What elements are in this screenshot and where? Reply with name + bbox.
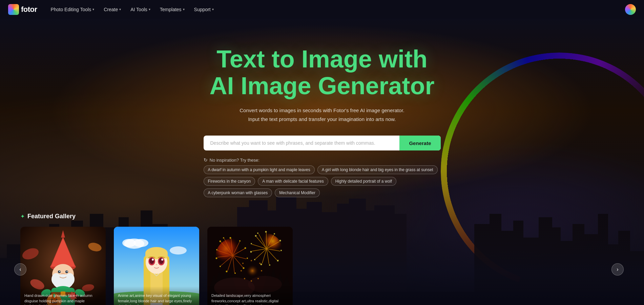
prompt-tags-row2: Fireworks in the canyon A man with delic…: [204, 177, 441, 197]
chevron-down-icon: ▾: [92, 7, 94, 11]
prompt-tag-2[interactable]: A girl with long blonde hair and big eye…: [317, 165, 438, 174]
hero-title: Text to Image with AI Image Generator: [209, 46, 434, 99]
featured-title: Featured Gallery: [27, 213, 76, 220]
nav-items: Photo Editing Tools ▾ Create ▾ AI Tools …: [47, 5, 218, 14]
nav-label-templates: Templates: [160, 7, 182, 12]
chevron-down-icon: ▾: [119, 7, 121, 11]
svg-point-59: [51, 273, 61, 285]
navbar: fotor Photo Editing Tools ▾ Create ▾ AI …: [0, 0, 644, 19]
gallery-card-anime[interactable]: Anime art,anime key visual of elegant yo…: [114, 227, 199, 305]
nav-label-photo-editing-tools: Photo Editing Tools: [51, 7, 91, 12]
inspiration-label: ↻ No inspiration? Try these:: [204, 157, 259, 163]
gallery-card-fireworks[interactable]: Detailed landscape,very atmospheri firew…: [207, 227, 293, 305]
prompt-tag-5[interactable]: Highly detailed portrait of a wolf: [331, 177, 396, 186]
logo-icon: [8, 4, 19, 15]
chevron-down-icon: ▾: [183, 7, 185, 11]
logo[interactable]: fotor: [8, 4, 37, 15]
gallery-grid: Hand drawn cute gnomes face in autumn di…: [20, 227, 293, 305]
prompt-tag-3[interactable]: Fireworks in the canyon: [204, 177, 255, 186]
generate-button[interactable]: Generate: [399, 136, 440, 150]
nav-item-create[interactable]: Create ▾: [100, 5, 125, 14]
featured-header: ✦ Featured Gallery: [20, 213, 644, 220]
svg-point-92: [161, 259, 163, 261]
svg-point-91: [152, 259, 154, 261]
nav-label-create: Create: [104, 7, 118, 12]
avatar[interactable]: [625, 4, 636, 15]
chevron-down-icon: ▾: [212, 7, 214, 11]
prompt-tag-6[interactable]: A cyberpunk woman with glasses: [204, 188, 272, 197]
sparkle-icon: ✦: [20, 213, 25, 220]
gallery-card-gnome[interactable]: Hand drawn cute gnomes face in autumn di…: [20, 227, 106, 305]
svg-point-56: [67, 271, 68, 272]
refresh-icon: ↻: [204, 157, 208, 163]
prompt-tag-1[interactable]: A dwarf in autumn with a pumpkin light a…: [204, 165, 315, 174]
gallery-wrapper: ‹: [20, 227, 644, 305]
prompt-tag-7[interactable]: Mechanical Modifier: [275, 188, 320, 197]
card-caption-fireworks: Detailed landscape,very atmospheri firew…: [207, 286, 293, 305]
svg-point-55: [59, 271, 60, 272]
card-caption-anime: Anime art,anime key visual of elegant yo…: [114, 286, 199, 305]
prompt-tags-row1: A dwarf in autumn with a pumpkin light a…: [204, 165, 438, 174]
svg-point-76: [133, 239, 148, 247]
card-caption-gnome: Hand drawn cute gnomes face in autumn di…: [20, 286, 106, 305]
nav-item-photo-editing-tools[interactable]: Photo Editing Tools ▾: [47, 5, 99, 14]
search-container: Generate: [204, 136, 441, 150]
nav-item-templates[interactable]: Templates ▾: [156, 5, 189, 14]
nav-item-ai-tools[interactable]: AI Tools ▾: [126, 5, 154, 14]
search-input[interactable]: [204, 136, 400, 150]
nav-label-support: Support: [194, 7, 211, 12]
svg-point-77: [170, 246, 187, 255]
hero-subtitle: Convert words to images in seconds with …: [237, 106, 407, 123]
hero-content: Text to Image with AI Image Generator Co…: [136, 46, 508, 209]
gallery-next-button[interactable]: ›: [611, 263, 624, 276]
hero-section: Text to Image with AI Image Generator Co…: [0, 19, 644, 305]
featured-gallery-section: ✦ Featured Gallery ‹: [0, 213, 644, 305]
chevron-down-icon: ▾: [149, 7, 150, 11]
inspiration-row: ↻ No inspiration? Try these: A dwarf in …: [204, 157, 441, 174]
prompt-tag-4[interactable]: A man with delicate facial features: [258, 177, 328, 186]
nav-label-ai-tools: AI Tools: [130, 7, 147, 12]
logo-text: fotor: [21, 5, 37, 14]
hero-title-line2: AI Image Generator: [209, 73, 434, 99]
hero-title-line1: Text to Image with: [209, 46, 434, 73]
svg-point-60: [65, 273, 75, 285]
nav-item-support[interactable]: Support ▾: [190, 5, 218, 14]
